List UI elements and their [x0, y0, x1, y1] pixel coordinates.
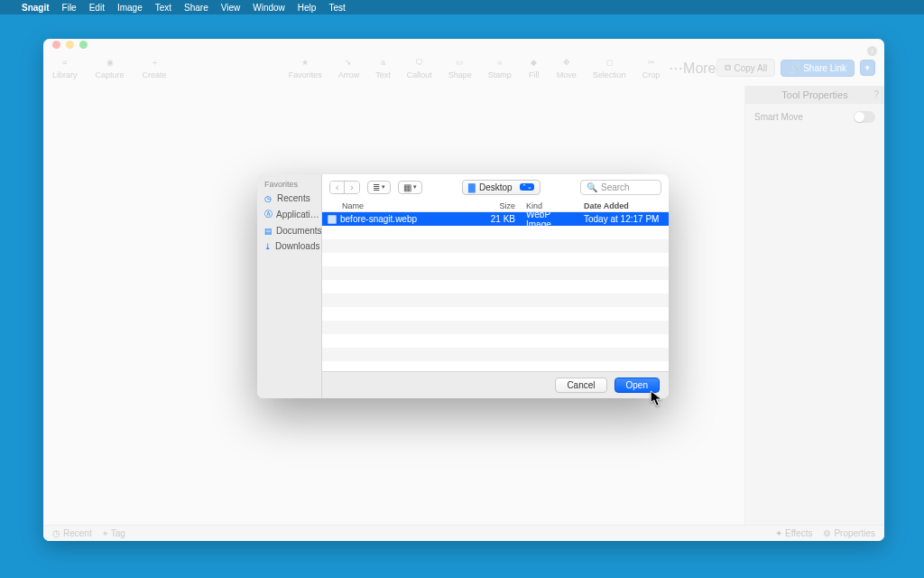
- file-open-dialog: Favorites ◷Recents ⒶApplicati… ▤Document…: [257, 174, 669, 398]
- tool-selection[interactable]: ◻Selection: [593, 56, 626, 79]
- footer-properties[interactable]: ⚙Properties: [823, 528, 875, 538]
- sidebar-item-applications[interactable]: ⒶApplicati…: [257, 206, 321, 223]
- copy-icon: ⧉: [725, 62, 731, 73]
- file-size: 21 KB: [476, 214, 521, 224]
- app-toolbar: ≡Library ◉Capture ＋Create ★Favorites ➘Ar…: [43, 50, 884, 86]
- updown-icon: ⌃⌄: [520, 183, 534, 191]
- tool-fill[interactable]: ◆Fill: [528, 56, 541, 79]
- nav-back-forward[interactable]: ‹›: [329, 181, 360, 194]
- file-date: Today at 12:17 PM: [578, 214, 669, 224]
- dialog-main: ‹› ≣ ▾ ▦ ▾ ▇ Desktop ⌃⌄ 🔍 Search Name S: [322, 174, 669, 398]
- footer-recent[interactable]: ◷Recent: [52, 528, 92, 539]
- location-label: Desktop: [479, 182, 513, 192]
- window-titlebar: [43, 39, 884, 50]
- tag-icon: ⌖: [103, 528, 108, 539]
- file-name: before-snagit.webp: [340, 214, 417, 224]
- view-list-button[interactable]: ≣ ▾: [367, 181, 391, 194]
- toolbar-create[interactable]: ＋Create: [143, 56, 167, 79]
- forward-icon[interactable]: ›: [344, 182, 358, 193]
- menubar-appname[interactable]: Snagit: [22, 3, 50, 13]
- sidebar-section-favorites: Favorites: [257, 178, 321, 191]
- chevron-down-icon: ▾: [413, 183, 417, 191]
- file-kind: WebP Image: [521, 212, 578, 229]
- col-name[interactable]: Name: [322, 201, 476, 210]
- app-icon: Ⓐ: [264, 209, 273, 220]
- file-icon: [328, 215, 337, 224]
- dialog-sidebar: Favorites ◷Recents ⒶApplicati… ▤Document…: [257, 174, 322, 398]
- macos-menubar: Snagit File Edit Image Text Share View W…: [0, 0, 924, 14]
- col-size[interactable]: Size: [476, 201, 521, 210]
- tool-arrow[interactable]: ➘Arrow: [338, 56, 360, 79]
- chevron-down-icon: ▾: [382, 183, 385, 191]
- menu-edit[interactable]: Edit: [89, 3, 105, 13]
- footer-effects[interactable]: ✦Effects: [775, 528, 812, 538]
- search-placeholder: Search: [601, 182, 630, 192]
- tool-callout[interactable]: 🗨Callout: [407, 56, 432, 79]
- tool-move[interactable]: ✥Move: [557, 56, 577, 79]
- tool-properties-panel: Tool Properties? Smart Move: [744, 86, 884, 525]
- minimize-icon[interactable]: [66, 41, 74, 49]
- sidebar-item-downloads[interactable]: ⤓Downloads: [257, 238, 321, 254]
- panel-title: Tool Properties?: [745, 86, 884, 104]
- search-icon: 🔍: [587, 182, 597, 192]
- smart-move-row: Smart Move: [745, 104, 884, 130]
- col-kind[interactable]: Kind: [521, 201, 578, 210]
- smart-move-label: Smart Move: [754, 112, 803, 122]
- file-row[interactable]: before-snagit.webp 21 KB WebP Image Toda…: [322, 212, 669, 226]
- toolbar-library[interactable]: ≡Library: [52, 56, 78, 79]
- tool-crop[interactable]: ✂Crop: [642, 56, 661, 79]
- link-icon: 🔗: [789, 63, 799, 73]
- menu-image[interactable]: Image: [117, 3, 143, 13]
- view-grouping-button[interactable]: ▦ ▾: [398, 181, 422, 194]
- folder-icon: ▇: [468, 182, 476, 192]
- file-list-header: Name Size Kind Date Added: [322, 200, 669, 212]
- info-icon[interactable]: i: [867, 46, 877, 56]
- menu-text[interactable]: Text: [155, 3, 171, 13]
- share-link-button[interactable]: 🔗Share Link: [781, 60, 855, 77]
- menu-window[interactable]: Window: [253, 3, 285, 13]
- app-footer: ◷Recent ⌖Tag ✦Effects ⚙Properties: [43, 525, 884, 541]
- location-select[interactable]: ▇ Desktop ⌃⌄: [462, 180, 541, 195]
- clock-icon: ◷: [52, 528, 60, 538]
- download-icon: ⤓: [264, 242, 272, 251]
- menu-share[interactable]: Share: [184, 3, 208, 13]
- open-button[interactable]: Open: [614, 378, 660, 393]
- share-link-dropdown[interactable]: ▾: [860, 60, 875, 76]
- sidebar-item-recents[interactable]: ◷Recents: [257, 191, 321, 206]
- tool-shape[interactable]: ▭Shape: [448, 56, 472, 79]
- sidebar-item-documents[interactable]: ▤Documents: [257, 223, 321, 238]
- search-input[interactable]: 🔍 Search: [580, 180, 661, 195]
- effects-icon: ✦: [775, 528, 782, 538]
- clock-icon: ◷: [264, 194, 273, 203]
- doc-icon: ▤: [264, 227, 273, 236]
- gear-icon: ⚙: [823, 528, 831, 538]
- copy-all-button[interactable]: ⧉Copy All: [716, 59, 776, 77]
- tool-stamp[interactable]: ⍟Stamp: [488, 56, 512, 79]
- file-list[interactable]: before-snagit.webp 21 KB WebP Image Toda…: [322, 212, 669, 371]
- dialog-footer: Cancel Open: [322, 371, 669, 398]
- col-date[interactable]: Date Added: [578, 201, 669, 210]
- menu-help[interactable]: Help: [298, 3, 317, 13]
- tool-favorites[interactable]: ★Favorites: [289, 56, 322, 79]
- cancel-button[interactable]: Cancel: [555, 378, 606, 393]
- back-icon[interactable]: ‹: [330, 182, 344, 193]
- smart-move-toggle[interactable]: [854, 111, 875, 123]
- toolbar-capture[interactable]: ◉Capture: [96, 56, 125, 79]
- footer-tag[interactable]: ⌖Tag: [103, 528, 125, 539]
- zoom-icon[interactable]: [79, 41, 88, 49]
- toolbar-more[interactable]: ⋯More: [669, 60, 716, 77]
- menu-view[interactable]: View: [221, 3, 241, 13]
- tool-text[interactable]: aText: [375, 56, 391, 79]
- close-icon[interactable]: [52, 41, 60, 49]
- help-icon[interactable]: ?: [873, 89, 879, 99]
- menu-file[interactable]: File: [62, 3, 77, 13]
- menu-test[interactable]: Test: [328, 3, 345, 13]
